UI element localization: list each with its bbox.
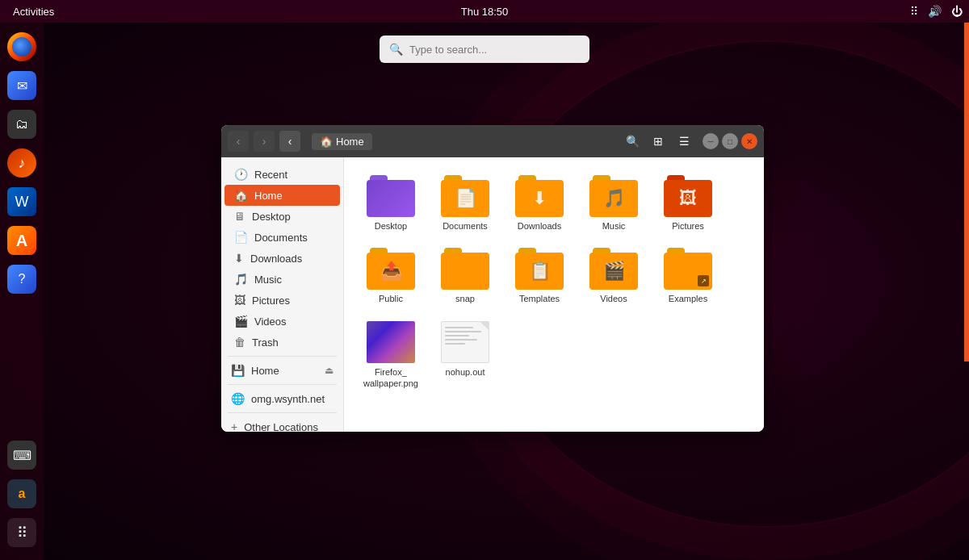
public-folder-icon: 📤 (367, 248, 415, 290)
titlebar: ‹ › ‹ 🏠 Home 🔍 ⊞ ☰ ─ □ ✕ (221, 125, 764, 157)
desktop-icon: 🖥 (234, 210, 245, 223)
power-icon[interactable]: ⏻ (951, 5, 963, 18)
dock-item-help[interactable]: ? (4, 261, 40, 297)
dock-item-show-apps[interactable]: ⠿ (4, 515, 40, 550)
window-content: 🕐 Recent 🏠 Home 🖥 Desktop 📄 Documents ⬇ … (221, 157, 764, 432)
files-icon: 🗂 (7, 110, 36, 139)
dock-item-amazon[interactable]: a (4, 476, 40, 512)
view-grid-button[interactable]: ⊞ (648, 131, 669, 152)
templates-label: Templates (519, 293, 560, 304)
eject-button[interactable]: ⏏ (325, 365, 333, 376)
sidebar-device-home[interactable]: 💾 Home ⏏ (221, 360, 343, 381)
minimize-button[interactable]: ─ (703, 133, 719, 149)
sidebar-item-home[interactable]: 🏠 Home (224, 185, 340, 206)
sidebar-item-downloads[interactable]: ⬇ Downloads (224, 248, 340, 269)
file-item-desktop[interactable]: Desktop (357, 170, 425, 236)
documents-label: Documents (443, 220, 488, 232)
view-menu-button[interactable]: ☰ (673, 131, 694, 152)
examples-label: Examples (669, 293, 707, 304)
window-controls: ─ □ ✕ (703, 133, 757, 149)
firefox-wallpaper-thumbnail (367, 321, 415, 363)
sidebar-label-trash: Trash (252, 336, 279, 349)
sidebar-label-documents: Documents (254, 232, 308, 244)
sidebar-item-pictures[interactable]: 🖼 Pictures (224, 290, 340, 311)
videos-label: Videos (600, 293, 627, 304)
sidebar-item-documents[interactable]: 📄 Documents (224, 227, 340, 248)
dock-item-rhythmbox[interactable]: ♪ (4, 145, 40, 181)
other-locations-icon: + (231, 420, 237, 432)
file-item-nohup[interactable]: nohup.out (431, 316, 499, 395)
dock-item-software[interactable]: A (4, 223, 40, 258)
parent-dir-button[interactable]: ‹ (279, 131, 300, 152)
back-button[interactable]: ‹ (228, 131, 249, 152)
sidebar-network-omg[interactable]: 🌐 omg.wsynth.net (221, 388, 343, 409)
app-dock: ✉ 🗂 ♪ W A ? ⌨ a ⠿ (0, 23, 44, 560)
dock-item-firefox[interactable] (4, 29, 40, 65)
sidebar-label-downloads: Downloads (250, 253, 302, 265)
sidebar-divider-3 (228, 412, 337, 413)
file-item-firefox-wallpaper[interactable]: Firefox_wallpaper.png (357, 316, 425, 395)
volume-icon[interactable]: 🔊 (928, 5, 942, 18)
recent-icon: 🕐 (234, 168, 248, 181)
network-icon[interactable]: ⠿ (910, 5, 918, 18)
file-item-pictures[interactable]: 🖼 Pictures (654, 170, 722, 236)
close-button[interactable]: ✕ (741, 133, 757, 149)
sidebar-divider-1 (228, 356, 337, 357)
sidebar-item-videos[interactable]: 🎬 Videos (224, 311, 340, 332)
file-item-public[interactable]: 📤 Public (357, 243, 425, 309)
rhythmbox-icon: ♪ (7, 148, 36, 178)
sidebar-other-locations[interactable]: + Other Locations (221, 416, 343, 432)
dock-item-terminal[interactable]: ⌨ (4, 437, 40, 473)
show-apps-icon: ⠿ (7, 518, 36, 547)
clock: Thu 18:50 (461, 6, 509, 18)
amazon-icon: a (7, 479, 36, 508)
search-input[interactable] (409, 44, 580, 56)
dock-item-thunderbird[interactable]: ✉ (4, 68, 40, 103)
dock-item-libreoffice[interactable]: W (4, 184, 40, 219)
file-item-snap[interactable]: snap (431, 243, 499, 309)
downloads-label: Downloads (518, 220, 561, 232)
file-item-templates[interactable]: 📋 Templates (505, 243, 573, 309)
trash-icon: 🗑 (234, 336, 245, 349)
desktop-folder-icon (367, 175, 415, 217)
sidebar-item-desktop[interactable]: 🖥 Desktop (224, 206, 340, 227)
activities-button[interactable]: Activities (6, 6, 61, 18)
public-label: Public (379, 293, 403, 304)
home-icon: 🏠 (234, 189, 248, 202)
firefox-icon (7, 32, 36, 61)
file-item-music[interactable]: 🎵 Music (580, 170, 648, 236)
forward-button[interactable]: › (254, 131, 275, 152)
examples-folder-icon: ↗ (664, 248, 712, 290)
file-manager-window: ‹ › ‹ 🏠 Home 🔍 ⊞ ☰ ─ □ ✕ 🕐 Recent (221, 125, 764, 432)
sidebar-item-recent[interactable]: 🕐 Recent (224, 164, 340, 185)
file-area: Desktop 📄 Documents (344, 157, 764, 432)
file-item-downloads[interactable]: ⬇ Downloads (505, 170, 573, 236)
sidebar-label-music: Music (254, 274, 282, 286)
thunderbird-icon: ✉ (7, 71, 36, 100)
breadcrumb: 🏠 Home (312, 133, 610, 150)
file-item-examples[interactable]: ↗ Examples (654, 243, 722, 309)
search-icon: 🔍 (389, 43, 403, 56)
file-item-documents[interactable]: 📄 Documents (431, 170, 499, 236)
file-grid: Desktop 📄 Documents (357, 170, 751, 394)
home-breadcrumb-icon: 🏠 (320, 136, 333, 148)
snap-label: snap (455, 293, 475, 304)
sidebar-other-label: Other Locations (244, 421, 318, 433)
device-icon: 💾 (231, 364, 245, 377)
sidebar-device-label: Home (251, 365, 279, 377)
topbar: Activities Thu 18:50 ⠿ 🔊 ⏻ (0, 0, 969, 23)
music-folder-icon: 🎵 (589, 175, 638, 217)
breadcrumb-home[interactable]: 🏠 Home (312, 133, 372, 150)
sidebar-item-music[interactable]: 🎵 Music (224, 269, 340, 290)
sidebar-item-trash[interactable]: 🗑 Trash (224, 332, 340, 353)
maximize-button[interactable]: □ (722, 133, 738, 149)
software-center-icon: A (7, 226, 36, 255)
templates-folder-icon: 📋 (515, 248, 564, 290)
videos-folder-icon: 🎬 (589, 248, 638, 290)
dock-item-files[interactable]: 🗂 (4, 107, 40, 142)
sidebar-network-label: omg.wsynth.net (251, 393, 325, 405)
file-item-videos[interactable]: 🎬 Videos (580, 243, 648, 309)
nohup-label: nohup.out (446, 366, 485, 378)
search-toggle-button[interactable]: 🔍 (622, 131, 643, 152)
firefox-wallpaper-label: Firefox_wallpaper.png (363, 366, 418, 390)
